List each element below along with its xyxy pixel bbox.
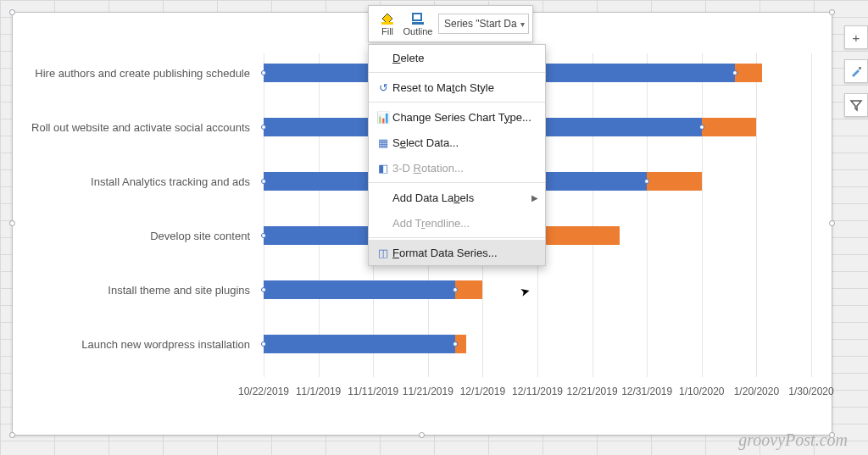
bar-series-duration[interactable] [735,64,762,82]
resize-handle[interactable] [9,9,15,15]
3d-icon: ◧ [374,162,392,175]
menu-separator [369,237,545,238]
menu-item[interactable]: ▦Select Data... [369,130,545,155]
svg-rect-3 [412,22,424,25]
x-tick-label: 11/11/2019 [348,386,398,397]
bar-series-duration[interactable] [647,172,702,191]
menu-item-label: Format Data Series... [392,247,498,259]
category-label: Install Analytics tracking and ads [26,175,264,188]
resize-handle[interactable] [829,220,835,226]
menu-item[interactable]: ◫Format Data Series... [369,240,545,265]
svg-rect-1 [381,22,393,25]
menu-item-label: Select Data... [392,136,459,149]
menu-item[interactable]: Delete [369,45,545,70]
x-tick-label: 12/31/2019 [621,386,672,397]
menu-item[interactable]: 📊Change Series Chart Type... [369,104,545,130]
menu-item[interactable]: ↺Reset to Match Style [369,75,545,100]
x-tick-label: 10/22/2019 [238,386,289,397]
menu-item-label: 3-D Rotation... [392,162,464,175]
fill-label: Fill [372,26,403,36]
x-tick-label: 11/21/2019 [403,386,453,397]
chevron-down-icon: ▾ [520,19,525,29]
menu-item-label: Add Data Labels [392,191,474,204]
menu-separator [369,102,545,103]
category-label: Hire authors and create publishing sched… [26,67,264,80]
x-tick-label: 1/20/2020 [734,386,779,397]
series-handle[interactable] [261,341,266,347]
series-selector-text: Series "Start Da [444,18,517,30]
reset-icon: ↺ [374,81,392,94]
chart-styles-button[interactable] [844,59,868,83]
menu-item-label: Delete [392,52,425,64]
menu-item: ◧3-D Rotation... [369,155,545,180]
series-handle[interactable] [261,70,266,75]
svg-rect-2 [413,14,421,20]
x-tick-label: 1/30/2020 [788,386,833,397]
menu-separator [369,182,545,183]
brush-icon [849,64,863,78]
menu-item-label: Add Trendline... [392,217,470,230]
data-icon: ▦ [374,136,392,149]
bar-series-start[interactable] [264,335,455,353]
series-handle[interactable] [261,125,266,130]
plus-icon: + [853,31,860,45]
bar-series-duration[interactable] [702,118,757,136]
fill-button[interactable]: Fill [372,11,403,36]
category-label: Develop site content [26,230,264,242]
chart-icon: 📊 [374,111,392,124]
category-label: Roll out website and activate social acc… [26,121,264,134]
series-handle[interactable] [699,125,704,130]
x-tick-label: 12/21/2019 [567,386,618,397]
x-tick-label: 11/1/2019 [296,386,341,397]
watermark: groovyPost.com [738,430,848,450]
chart-filters-button[interactable] [844,93,868,117]
x-tick-label: 12/1/2019 [460,386,505,397]
menu-item-label: Change Series Chart Type... [392,111,531,124]
pen-icon [410,11,426,25]
bar-row: Install theme and site plugins [264,270,811,309]
series-handle[interactable] [261,233,266,238]
category-label: Launch new wordpress installation [26,338,264,351]
bar-series-duration[interactable] [537,226,620,245]
filter-icon [849,98,863,112]
resize-handle[interactable] [829,9,835,15]
outline-button[interactable]: Outline [403,11,433,36]
mini-toolbar: Fill Outline Series "Start Da ▾ [368,5,533,42]
series-handle[interactable] [261,179,266,184]
series-selector[interactable]: Series "Start Da ▾ [438,14,529,34]
series-handle[interactable] [732,70,737,75]
svg-rect-4 [859,67,861,69]
chevron-right-icon: ▶ [531,193,538,203]
menu-item-label: Reset to Match Style [392,81,494,94]
gridline [811,53,812,377]
paint-bucket-icon [380,11,395,25]
chart-elements-button[interactable]: + [844,25,868,49]
resize-handle[interactable] [9,432,15,438]
bar-row: Launch new wordpress installation [264,325,811,363]
resize-handle[interactable] [419,432,425,438]
series-handle[interactable] [261,287,266,292]
bar-series-duration[interactable] [455,280,482,299]
format-icon: ◫ [374,247,392,259]
context-menu: Delete↺Reset to Match Style📊Change Serie… [368,44,546,266]
resize-handle[interactable] [9,220,15,226]
menu-item: Add Trendline... [369,210,545,236]
x-axis: 10/22/201911/1/201911/11/201911/21/20191… [264,386,810,402]
bar-series-start[interactable] [264,280,455,299]
x-tick-label: 12/11/2019 [512,386,563,397]
category-label: Install theme and site plugins [26,284,264,297]
outline-label: Outline [403,26,433,36]
menu-separator [369,72,545,73]
menu-item[interactable]: Add Data Labels▶ [369,185,545,210]
x-tick-label: 1/10/2020 [679,386,724,397]
